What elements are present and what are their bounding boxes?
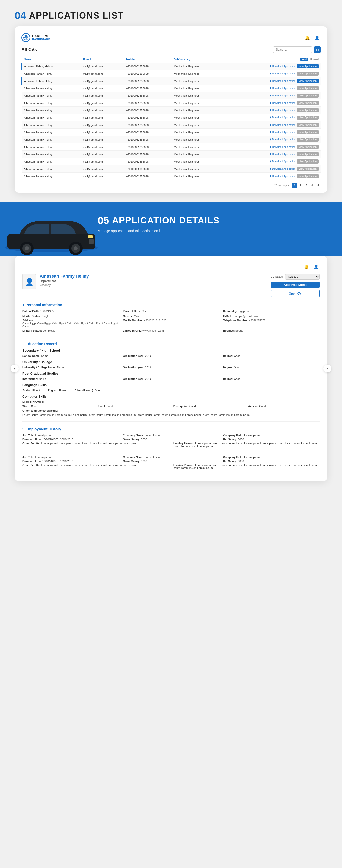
table-row: Alhassan Fahmy Helmy mail@gmail.com +201…	[22, 99, 321, 107]
per-page-selector[interactable]: 20 per page ▾	[274, 184, 289, 187]
detail-notification-icon[interactable]: 🔔	[303, 263, 310, 270]
row-job: Mechanical Engineer	[172, 99, 224, 107]
row-job: Mechanical Engineer	[172, 107, 224, 114]
svg-rect-13	[89, 239, 94, 244]
secondary-degree-item: Degree: Good	[223, 354, 319, 357]
page-button-5[interactable]: 5	[316, 183, 320, 188]
download-application-button[interactable]: ⬇ Download Application	[270, 153, 296, 156]
view-application-button[interactable]: View Application	[297, 101, 318, 105]
university-title: University / College	[23, 360, 319, 364]
svg-rect-14	[33, 236, 33, 247]
employment-jobs: Job Title: Lorem ipsum Company Name: Lor…	[23, 434, 319, 469]
download-application-button[interactable]: ⬇ Download Application	[270, 72, 296, 75]
row-mobile: +20100052356698	[124, 63, 172, 70]
view-application-button[interactable]: View Application	[297, 64, 318, 68]
row-actions: ⬇ Download Application View Application	[224, 107, 320, 114]
page-button-3[interactable]: 3	[304, 183, 309, 188]
section-05-title: APPLICATION DETAILS	[112, 215, 220, 226]
nav-arrow-left[interactable]: ‹	[11, 365, 19, 372]
row-job: Mechanical Engineer	[172, 78, 224, 85]
row-job: Mechanical Engineer	[172, 136, 224, 143]
row-actions: ⬇ Download Application View Application	[224, 85, 320, 92]
logo-circle	[22, 33, 30, 42]
filter-button[interactable]: ⊟	[314, 46, 320, 53]
cv-status-select[interactable]: Select...	[285, 274, 319, 280]
applicant-info: Alhassan Fahmy Helmy Department Vacancy	[39, 274, 89, 287]
view-application-button[interactable]: View Application	[297, 145, 318, 149]
download-application-button[interactable]: ⬇ Download Application	[270, 167, 296, 170]
download-application-button[interactable]: ⬇ Download Application	[270, 94, 296, 97]
col-read-unread: Read Unread	[224, 56, 320, 63]
approved-direct-button[interactable]: Approved Direct	[271, 282, 319, 288]
view-application-button[interactable]: View Application	[297, 116, 318, 120]
view-application-button[interactable]: View Application	[297, 174, 318, 178]
row-actions: ⬇ Download Application View Application	[224, 129, 320, 136]
dob-item: Date of Birth: 19/10/1995	[23, 310, 119, 313]
download-application-button[interactable]: ⬇ Download Application	[270, 65, 296, 68]
download-application-button[interactable]: ⬇ Download Application	[270, 138, 296, 141]
col-name: Name	[22, 56, 81, 63]
language-skills-row: Arabic: Fluent English: Fluent Other (Fr…	[23, 389, 319, 392]
detail-profile-icon[interactable]: 👤	[313, 263, 319, 270]
arabic-item: Arabic: Fluent	[23, 389, 40, 392]
logo-dashboard: DASHBOARD	[32, 38, 50, 40]
secondary-edu-grid: School Name: Name Graduation year: 2019 …	[23, 354, 319, 357]
nationality-item: Nationality: Egyptian	[223, 310, 319, 313]
row-job: Mechanical Engineer	[172, 129, 224, 136]
cv-table: Name E-mail Mobile Job Vacancy Read Unre…	[22, 56, 320, 180]
mobile-item: Mobile Number: +20102018181525	[123, 319, 219, 328]
row-job: Mechanical Engineer	[172, 92, 224, 99]
download-application-button[interactable]: ⬇ Download Application	[270, 146, 296, 148]
view-application-button[interactable]: View Application	[297, 123, 318, 127]
download-application-button[interactable]: ⬇ Download Application	[270, 80, 296, 82]
row-actions: ⬇ Download Application View Application	[224, 63, 320, 70]
page-button-4[interactable]: 4	[310, 183, 315, 188]
row-job: Mechanical Engineer	[172, 63, 224, 70]
view-application-button[interactable]: View Application	[297, 137, 318, 142]
avatar: 👤	[23, 274, 36, 289]
row-actions: ⬇ Download Application View Application	[224, 121, 320, 129]
view-application-button[interactable]: View Application	[297, 152, 318, 156]
computer-skills-grid: Word: Good Excel: Good Powerpoint: Good …	[23, 405, 319, 408]
page-button-1[interactable]: 1	[292, 183, 297, 188]
logo-careers: CAREERS	[32, 35, 50, 38]
download-application-button[interactable]: ⬇ Download Application	[270, 124, 296, 126]
download-application-button[interactable]: ⬇ Download Application	[270, 109, 296, 112]
row-job: Mechanical Engineer	[172, 121, 224, 129]
table-row: Alhassan Fahmy Helmy mail@gmail.com +201…	[22, 129, 321, 136]
row-actions: ⬇ Download Application View Application	[224, 114, 320, 121]
nav-arrow-right[interactable]: ›	[323, 365, 331, 372]
table-row: Alhassan Fahmy Helmy mail@gmail.com +201…	[22, 136, 321, 143]
logo-text: CAREERS DASHBOARD	[32, 35, 50, 40]
notification-icon[interactable]: 🔔	[304, 34, 311, 41]
row-name: Alhassan Fahmy Helmy	[22, 63, 81, 70]
download-application-button[interactable]: ⬇ Download Application	[270, 160, 296, 163]
word-item: Word: Good	[23, 405, 94, 408]
dashboard-header: CAREERS DASHBOARD 🔔 👤	[22, 33, 320, 42]
view-application-button[interactable]: View Application	[297, 130, 318, 134]
uni-edu-grid: University / College Name: Name Graduati…	[23, 366, 319, 369]
search-input[interactable]	[273, 46, 312, 53]
profile-icon[interactable]: 👤	[314, 34, 320, 41]
row-actions: ⬇ Download Application View Application	[224, 136, 320, 143]
open-cv-button[interactable]: Open CV	[271, 290, 319, 297]
row-email: mail@gmail.com	[81, 114, 124, 121]
download-application-button[interactable]: ⬇ Download Application	[270, 175, 296, 178]
view-application-button[interactable]: View Application	[297, 159, 318, 164]
view-application-button[interactable]: View Application	[297, 167, 318, 171]
view-application-button[interactable]: View Application	[297, 71, 318, 76]
uni-degree-item: Degree: Good	[223, 366, 319, 369]
view-application-button[interactable]: View Application	[297, 86, 318, 90]
download-application-button[interactable]: ⬇ Download Application	[270, 87, 296, 90]
view-application-button[interactable]: View Application	[297, 94, 318, 98]
download-application-button[interactable]: ⬇ Download Application	[270, 131, 296, 133]
job-title-row: Job Title: Lorem ipsum Company Name: Lor…	[23, 434, 319, 437]
row-actions: ⬇ Download Application View Application	[224, 99, 320, 107]
download-application-button[interactable]: ⬇ Download Application	[270, 102, 296, 104]
job-misc-row: Other Benifts: Lorem ipsum Lorem ipsum L…	[23, 464, 319, 469]
view-application-button[interactable]: View Application	[297, 79, 318, 83]
download-application-button[interactable]: ⬇ Download Application	[270, 116, 296, 119]
page-button-2[interactable]: 2	[298, 183, 303, 188]
view-application-button[interactable]: View Application	[297, 108, 318, 112]
row-mobile: +20100052356698	[124, 165, 172, 173]
